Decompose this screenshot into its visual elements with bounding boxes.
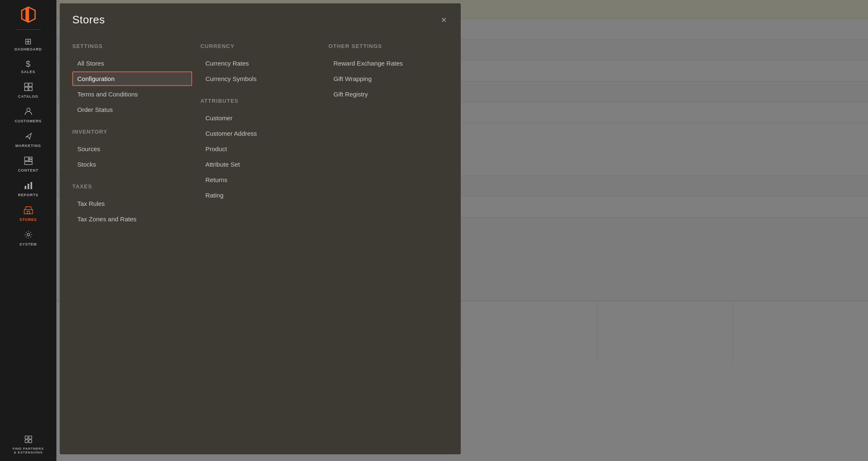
marketing-icon <box>24 132 33 142</box>
content-icon <box>24 156 33 167</box>
menu-item-customer-address[interactable]: Customer Address <box>201 126 320 141</box>
dashboard-icon: ⊞ <box>25 37 32 46</box>
menu-item-attribute-set[interactable]: Attribute Set <box>201 157 320 172</box>
svg-rect-19 <box>29 440 32 443</box>
menu-item-all-stores[interactable]: All Stores <box>72 56 192 71</box>
menu-item-customer[interactable]: Customer <box>201 111 320 125</box>
svg-rect-2 <box>29 83 32 86</box>
other-settings-column: Other Settings Reward Exchange Rates Gif… <box>328 39 448 227</box>
svg-rect-10 <box>25 186 26 189</box>
sidebar-item-find-partners[interactable]: FIND PARTNERS& EXTENSIONS <box>0 431 56 461</box>
modal-header: Stores × <box>60 3 461 35</box>
sidebar-label-catalog: CATALOG <box>18 94 38 99</box>
attributes-header: Attributes <box>201 98 320 104</box>
svg-rect-3 <box>25 87 28 91</box>
svg-point-15 <box>27 233 30 236</box>
sidebar: ⊞ DASHBOARD $ SALES CATALOG CUSTOMERS MA… <box>0 0 56 461</box>
menu-item-reward-exchange-rates[interactable]: Reward Exchange Rates <box>328 56 448 71</box>
sidebar-label-marketing: MARKETING <box>15 144 41 148</box>
svg-rect-16 <box>25 436 28 439</box>
sidebar-label-stores: STORES <box>20 218 37 222</box>
sidebar-item-sales[interactable]: $ SALES <box>0 56 56 78</box>
main-area: d refresh cache types. reports tailored … <box>56 0 868 461</box>
modal-close-button[interactable]: × <box>439 14 448 26</box>
sidebar-item-customers[interactable]: CUSTOMERS <box>0 103 56 127</box>
sidebar-item-system[interactable]: SYSTEM <box>0 226 56 251</box>
menu-item-order-status[interactable]: Order Status <box>72 102 192 117</box>
modal-body: Settings All Stores Configuration Terms … <box>60 35 461 240</box>
svg-rect-11 <box>28 184 29 189</box>
sidebar-item-reports[interactable]: REPORTS <box>0 177 56 201</box>
sidebar-divider <box>16 29 41 30</box>
sidebar-item-dashboard[interactable]: ⊞ DASHBOARD <box>0 33 56 56</box>
magento-logo <box>18 4 39 25</box>
sidebar-item-marketing[interactable]: MARKETING <box>0 127 56 152</box>
currency-header: Currency <box>201 43 320 49</box>
sidebar-item-content[interactable]: CONTENT <box>0 152 56 177</box>
menu-item-terms-conditions[interactable]: Terms and Conditions <box>72 87 192 101</box>
sales-icon: $ <box>26 60 31 68</box>
menu-item-sources[interactable]: Sources <box>72 142 192 156</box>
svg-rect-7 <box>29 157 32 159</box>
sidebar-label-find-partners: FIND PARTNERS& EXTENSIONS <box>13 447 44 454</box>
sidebar-item-catalog[interactable]: CATALOG <box>0 78 56 103</box>
svg-rect-17 <box>29 436 32 439</box>
svg-rect-4 <box>29 87 32 91</box>
svg-rect-1 <box>25 83 28 86</box>
find-partners-icon <box>24 435 33 445</box>
menu-item-returns[interactable]: Returns <box>201 172 320 187</box>
svg-rect-13 <box>24 210 33 214</box>
svg-rect-18 <box>25 440 28 443</box>
sidebar-label-sales: SALES <box>21 70 35 74</box>
sidebar-label-content: CONTENT <box>18 168 38 172</box>
menu-item-stocks[interactable]: Stocks <box>72 157 192 172</box>
menu-item-configuration[interactable]: Configuration <box>72 71 192 86</box>
svg-point-5 <box>27 108 30 111</box>
svg-rect-12 <box>30 182 32 189</box>
sidebar-label-reports: REPORTS <box>18 193 38 197</box>
svg-rect-6 <box>25 157 28 161</box>
other-settings-header: Other Settings <box>328 43 448 49</box>
currency-column: Currency Currency Rates Currency Symbols… <box>201 39 329 227</box>
customers-icon <box>24 107 33 117</box>
system-icon <box>24 230 33 241</box>
sidebar-label-dashboard: DASHBOARD <box>15 47 42 51</box>
menu-item-gift-registry[interactable]: Gift Registry <box>328 87 448 101</box>
menu-item-tax-rules[interactable]: Tax Rules <box>72 196 192 211</box>
settings-header: Settings <box>72 43 192 49</box>
sidebar-label-system: SYSTEM <box>20 242 37 246</box>
menu-item-currency-symbols[interactable]: Currency Symbols <box>201 71 320 86</box>
catalog-icon <box>24 82 33 93</box>
menu-item-product[interactable]: Product <box>201 142 320 156</box>
modal-title: Stores <box>72 13 105 26</box>
menu-item-currency-rates[interactable]: Currency Rates <box>201 56 320 71</box>
stores-icon <box>24 205 33 216</box>
svg-rect-9 <box>29 160 32 161</box>
svg-rect-8 <box>25 162 32 165</box>
reports-icon <box>24 181 33 191</box>
menu-item-rating[interactable]: Rating <box>201 188 320 203</box>
taxes-header: Taxes <box>72 183 192 190</box>
stores-modal: Stores × Settings All Stores Configurati… <box>60 3 461 454</box>
svg-rect-14 <box>27 211 30 214</box>
inventory-header: Inventory <box>72 129 192 135</box>
settings-column: Settings All Stores Configuration Terms … <box>72 39 201 227</box>
sidebar-label-customers: CUSTOMERS <box>15 119 42 123</box>
menu-item-tax-zones-rates[interactable]: Tax Zones and Rates <box>72 212 192 226</box>
menu-item-gift-wrapping[interactable]: Gift Wrapping <box>328 71 448 86</box>
sidebar-item-stores[interactable]: STORES <box>0 201 56 226</box>
